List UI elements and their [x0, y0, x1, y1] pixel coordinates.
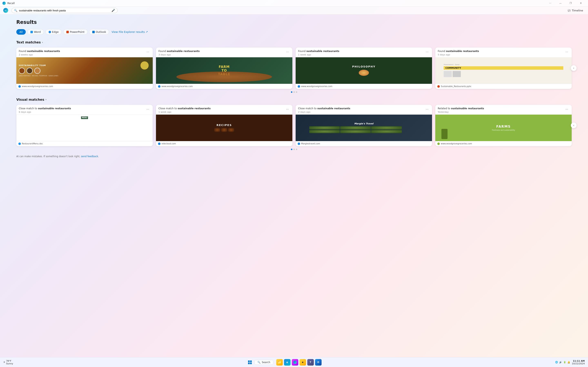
- text-card-2[interactable]: Found sustainable restaurants 3 days ago…: [156, 48, 292, 89]
- visual-source-icon-3: [298, 142, 300, 145]
- text-matches-header[interactable]: Text matches ›: [16, 40, 572, 44]
- visual-dot-1[interactable]: [291, 149, 292, 150]
- text-card-4[interactable]: Found sustainable restaurants 5 days ago…: [435, 48, 572, 89]
- visual-source-4: www.woodgrovegroceries.com: [435, 141, 572, 146]
- visual-matches-header[interactable]: Visual matches ›: [16, 98, 572, 101]
- taskbar-search-box[interactable]: 🔍 Search: [254, 360, 273, 365]
- slide-images: [444, 71, 563, 77]
- travel-img-2: [340, 126, 371, 129]
- farm-person: [441, 129, 448, 139]
- visual-card-4[interactable]: Related to sustainable restaurants Yeste…: [435, 105, 572, 146]
- text-card-3[interactable]: Found sustainable restaurants 1 week ago…: [296, 48, 432, 89]
- yellow-blob: [140, 61, 149, 69]
- restore-button[interactable]: ❐: [566, 0, 575, 7]
- filter-powerpoint[interactable]: PowerPoint: [63, 29, 87, 35]
- card-more-4[interactable]: ···: [564, 50, 569, 54]
- network-icon: 🌐: [555, 361, 558, 364]
- taskbar-apps: 📁 e ✦ T O: [276, 359, 321, 366]
- menu-header: MENU: [81, 117, 88, 119]
- visual-card-time-3: 2 days ago: [298, 111, 350, 113]
- outlook-taskbar-icon: O: [317, 361, 319, 364]
- card-time-3: 1 week ago: [298, 53, 339, 56]
- text-matches-grid: Found sustainable restaurants 2 weeks ag…: [16, 48, 572, 89]
- system-tray: 🌐 🔊 🔋 🔔: [555, 361, 570, 364]
- minimize-button[interactable]: —: [556, 0, 565, 7]
- card-thumb-4: Presentation1 · Saved COMMUNITY: [435, 57, 572, 84]
- search-box[interactable]: 🔍 🎤: [11, 8, 118, 13]
- visual-thumb-4: FARMS Freshness and sustainability: [435, 115, 572, 141]
- card-more-3[interactable]: ···: [425, 50, 430, 54]
- visual-card-title-3: Close match to sustainable restaurants: [298, 107, 350, 110]
- text-dot-3[interactable]: [296, 91, 297, 93]
- taskbar-app-cortana[interactable]: ✦: [300, 359, 306, 366]
- taskbar-app-teams[interactable]: T: [307, 359, 314, 366]
- card-header-4: Found sustainable restaurants 5 days ago…: [435, 48, 572, 57]
- page-title: Results: [16, 19, 572, 25]
- visual-matches-next-arrow[interactable]: ›: [571, 123, 577, 128]
- visual-matches-chevron: ›: [45, 98, 47, 101]
- outlook-icon: [92, 31, 95, 33]
- ppt-saved: Presentation1 · Saved: [444, 64, 563, 66]
- thumb-farmtable: FARMTOTABLE: [156, 57, 292, 84]
- visual-card-3[interactable]: Close match to sustainable restaurants 2…: [296, 105, 432, 146]
- visual-card-2[interactable]: Close match to sustainable restaurants 1…: [156, 105, 292, 146]
- text-dot-1[interactable]: [291, 91, 292, 93]
- send-feedback-link[interactable]: send feedback: [81, 155, 98, 158]
- visual-card-header-1: Close match to sustainable restaurants 6…: [16, 105, 153, 115]
- thumb-recipes: RECIPES: [156, 115, 292, 141]
- view-explorer-link[interactable]: View File Explorer results ↗: [112, 30, 148, 33]
- travel-img-1: [309, 126, 340, 129]
- thumb-farms: FARMS Freshness and sustainability: [435, 115, 572, 141]
- slide-container: Presentation1 · Saved COMMUNITY: [442, 62, 565, 79]
- filter-edge[interactable]: Edge: [45, 29, 62, 35]
- microphone-icon[interactable]: 🎤: [112, 9, 115, 12]
- card-source-1: www.woodgrovegroceries.com: [16, 84, 153, 89]
- taskbar-left: ☀️ 78°F Sunny: [3, 360, 13, 365]
- powerpoint-icon: [66, 31, 69, 33]
- card-more-2[interactable]: ···: [285, 50, 290, 54]
- main-content: Results All Word Edge PowerPoint Outlook…: [0, 15, 588, 357]
- search-icon: 🔍: [14, 9, 17, 12]
- source-icon-1: [18, 85, 21, 88]
- filter-edge-label: Edge: [52, 30, 59, 33]
- taskbar-app-edge[interactable]: e: [284, 359, 291, 366]
- taskbar-app-file-explorer[interactable]: 📁: [276, 359, 283, 366]
- visual-card-1[interactable]: Close match to sustainable restaurants 6…: [16, 105, 153, 146]
- taskbar-clock[interactable]: 11:11 AM 10/22/2024: [572, 360, 585, 365]
- windows-icon: [248, 360, 252, 364]
- back-button[interactable]: ←: [3, 8, 8, 13]
- visual-card-more-3[interactable]: ···: [425, 107, 430, 112]
- text-card-1[interactable]: Found sustainable restaurants 2 weeks ag…: [16, 48, 153, 89]
- battery-icon: 🔋: [563, 361, 566, 364]
- close-button[interactable]: ✕: [576, 0, 586, 7]
- taskbar-center: 🔍 Search 📁 e ✦ T O: [247, 359, 321, 366]
- visual-card-more-1[interactable]: ···: [145, 107, 150, 112]
- title-bar: Recall ··· — ❐ ✕: [0, 0, 588, 7]
- visual-card-time-4: Yesterday: [438, 111, 484, 113]
- text-dot-2[interactable]: [293, 91, 295, 93]
- travel-img-3: [371, 126, 402, 129]
- filter-all[interactable]: All: [16, 29, 26, 35]
- visual-card-more-2[interactable]: ···: [285, 107, 290, 112]
- travel-images: [309, 126, 418, 133]
- search-input[interactable]: [19, 9, 110, 12]
- weather-info: 78°F Sunny: [6, 360, 13, 365]
- more-options-button[interactable]: ···: [545, 0, 555, 7]
- visual-dot-3[interactable]: [296, 149, 297, 150]
- start-button[interactable]: [247, 359, 253, 366]
- phil-title: PHILOSOPHY: [352, 65, 375, 68]
- visual-card-more-4[interactable]: ···: [564, 107, 569, 112]
- filter-outlook[interactable]: Outlook: [89, 29, 109, 35]
- taskbar-app-recall[interactable]: [292, 359, 298, 366]
- filter-outlook-label: Outlook: [96, 30, 106, 33]
- svg-rect-2: [248, 363, 250, 364]
- filter-word[interactable]: Word: [27, 29, 44, 35]
- visual-source-icon-1: [18, 142, 21, 145]
- sound-icon: 🔊: [559, 361, 562, 364]
- taskbar-app-outlook[interactable]: O: [315, 359, 321, 366]
- card-title-4: Found sustainable restaurants: [438, 50, 479, 53]
- text-matches-next-arrow[interactable]: ›: [571, 65, 577, 71]
- visual-dot-2[interactable]: [293, 149, 295, 150]
- timeline-button[interactable]: ⟨/⟩ Timeline: [566, 8, 585, 13]
- card-more-1[interactable]: ···: [145, 50, 150, 54]
